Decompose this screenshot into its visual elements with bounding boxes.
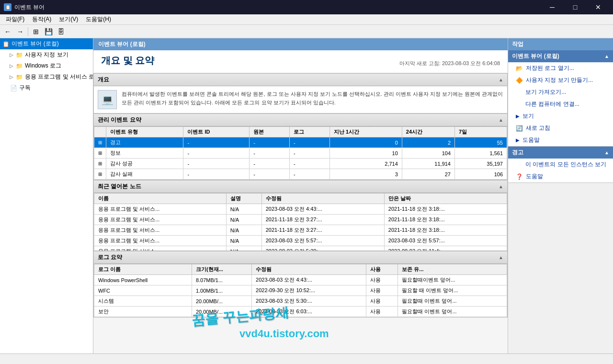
menu-help[interactable]: 도움말(H) (82, 14, 115, 24)
table-row[interactable]: WFC 1.00MB/1... 2022-09-30 오전 10:52:... … (94, 285, 507, 296)
item-label: 보기 (522, 112, 534, 120)
log-name-cell: 보안 (94, 307, 192, 317)
recent-nodes-header[interactable]: 최근 열어본 노드 ▲ (94, 181, 507, 193)
table-row[interactable]: Windows PowerShell 8.07MB/1... 2023-08-0… (94, 275, 507, 285)
subscription-icon: 📄 (10, 84, 17, 92)
minimize-button[interactable]: ─ (541, 0, 563, 14)
table-row[interactable]: ⊞ 감사 성공 - - - 2,714 11,914 35,197 (94, 159, 507, 169)
forward-button[interactable]: → (14, 26, 26, 37)
table-row[interactable]: 보안 20.00MB/... 2023-08-03 오전 6:03:... 사용… (94, 307, 507, 317)
tree-item-app-services[interactable]: ▷ 📁 응용 프로그램 및 서비스 로... (0, 71, 93, 82)
right-panel-item[interactable]: 다른 컴퓨터에 연결... (508, 98, 613, 110)
right-panel-header-text: 작업 (512, 40, 523, 48)
right-panel-item[interactable]: ❓도움말 (508, 171, 613, 182)
table-row[interactable]: 응용 프로그램 및 서비스... N/A 2021-11-18 오전 3:27:… (94, 225, 507, 236)
right-panel-item[interactable]: 이 이벤트의 모든 인스턴스 보기 (508, 159, 613, 171)
right-section-1-title: 이벤트 뷰어 (로컬) (512, 52, 559, 60)
created-cell: 2023-08-03 오전 5:57:... (384, 236, 507, 246)
overview-icon: 💻 (98, 90, 117, 109)
col-retention: 보존 유... (398, 264, 507, 275)
right-panel-item[interactable]: 보기 가져오기... (508, 86, 613, 98)
table-row[interactable]: ⊞ 감사 실패 - - - 3 27 106 (94, 169, 507, 180)
col-source: 원본 (250, 127, 290, 137)
close-button[interactable]: ✕ (587, 0, 609, 14)
tree-windows-log-label: Windows 로그 (25, 62, 61, 70)
right-section-1-header[interactable]: 이벤트 뷰어 (로컬) ▲ (508, 50, 613, 62)
col-24h: 24시간 (402, 127, 454, 137)
tree-item-windows-log[interactable]: ▷ 📁 Windows 로그 (0, 60, 93, 71)
log-summary-arrow: ▲ (499, 255, 503, 260)
toolbar-separator-1 (28, 27, 28, 36)
col-event-id: 이벤트 ID (183, 127, 250, 137)
retention-cell: 필요할때 이벤트 덮어... (398, 307, 507, 317)
overview-content: 💻 컴퓨터에서 발생한 이벤트를 보려면 콘솔 트리에서 해당 원본, 로그 또… (94, 86, 507, 113)
last-refresh-text: 마지막 새로 고침: 2023-08-03 오전 6:04:08 (399, 60, 500, 67)
right-panel-item[interactable]: 🔶사용자 지정 보기 만들기... (508, 74, 613, 86)
table-row[interactable]: 응용 프로그램 및 서비스... N/A 2023-08-03 오전 5:30:… (94, 246, 507, 251)
right-panel-item[interactable]: ▶도움말 (508, 134, 613, 146)
admin-event-summary-section: 관리 이벤트 요약 ▲ 이벤트 유형 이벤트 ID 원본 로그 지난 1시간 2… (93, 114, 508, 180)
right-panel-item[interactable]: 📂저장된 로그 열기... (508, 62, 613, 74)
table-row[interactable]: ⊞ 정보 - - - 10 104 1,561 (94, 148, 507, 159)
center-panel-header-text: 이벤트 뷰어 (로컬) (98, 41, 146, 47)
modified-cell: 2023-08-03 오전 5:57:... (261, 236, 384, 246)
archive-button[interactable]: 🗄 (55, 26, 67, 37)
app-icon: 📋 (4, 3, 11, 11)
tree-item-root[interactable]: 📋 이벤트 뷰어 (로컬) (0, 38, 93, 49)
expand-icon-1: ▷ (10, 52, 13, 57)
d7-cell: 35,197 (455, 159, 507, 169)
created-cell: 2021-11-18 오전 3:18:... (384, 204, 507, 215)
maximize-button[interactable]: □ (564, 0, 586, 14)
table-row[interactable]: 응용 프로그램 및 서비스... N/A 2023-08-03 오전 5:57:… (94, 236, 507, 246)
col-use: 사용 (366, 264, 398, 275)
item-icon: 🔶 (516, 77, 523, 84)
event-id-cell: - (183, 159, 250, 169)
item-icon: ▶ (516, 114, 520, 119)
admin-summary-table-container: 이벤트 유형 이벤트 ID 원본 로그 지난 1시간 24시간 7일 ⊞ 경고 … (94, 126, 507, 180)
right-section-2: 경고 ▲ 이 이벤트의 모든 인스턴스 보기❓도움말 (508, 147, 613, 183)
d7-cell: 106 (455, 169, 507, 180)
show-hide-button[interactable]: ⊞ (30, 26, 42, 37)
log-name-cell: Windows PowerShell (94, 275, 192, 285)
table-row[interactable]: ⊞ 경고 - - - 0 2 55 (94, 137, 507, 148)
item-icon: 🔄 (516, 125, 523, 132)
table-row[interactable]: 응용 프로그램 및 서비스... N/A 2023-08-03 오전 4:43:… (94, 204, 507, 215)
table-row[interactable]: 시스템 20.00MB/... 2023-08-03 오전 5:30:... 사… (94, 296, 507, 307)
log-summary-header[interactable]: 로그 요약 ▲ (94, 251, 507, 264)
save-button[interactable]: 💾 (43, 26, 54, 37)
overview-section-header[interactable]: 개요 ▲ (94, 74, 507, 86)
tree-item-subscription[interactable]: 📄 구독 (0, 82, 93, 93)
modified-cell: 2023-08-03 오전 5:30:... (261, 246, 384, 251)
size-cell: 8.07MB/1... (192, 275, 251, 285)
expand-cell: ⊞ (94, 148, 106, 159)
item-label: 새로 고침 (526, 124, 550, 132)
item-icon: ▶ (516, 137, 520, 143)
right-section-2-header[interactable]: 경고 ▲ (508, 147, 613, 159)
overview-text: 컴퓨터에서 발생한 이벤트를 보려면 콘솔 트리에서 해당 원본, 로그 또는 … (122, 90, 503, 109)
back-button[interactable]: ← (2, 26, 13, 37)
right-panel-item[interactable]: 🔄새로 고침 (508, 122, 613, 134)
status-bar (0, 353, 613, 364)
event-type-cell: 감사 실패 (106, 169, 183, 180)
tree-item-custom-views[interactable]: ▷ 📁 사용자 지정 보기 (0, 49, 93, 60)
modified-cell: 2023-08-03 오전 6:03:... (252, 307, 366, 317)
center-panel: 이벤트 뷰어 (로컬) 개요 및 요약 마지막 새로 고침: 2023-08-0… (93, 38, 508, 353)
menu-action[interactable]: 동작(A) (28, 14, 55, 24)
item-label: 저장된 로그 열기... (526, 64, 574, 72)
col-log-name: 로그 이름 (94, 264, 192, 275)
right-panel-item[interactable]: ▶보기 (508, 110, 613, 122)
tree-app-services-label: 응용 프로그램 및 서비스 로... (25, 73, 93, 81)
event-type-cell: 경고 (106, 137, 183, 148)
admin-summary-table: 이벤트 유형 이벤트 ID 원본 로그 지난 1시간 24시간 7일 ⊞ 경고 … (94, 126, 507, 180)
retention-cell: 필요할 때 이벤트 덮어... (398, 285, 507, 296)
table-row[interactable]: 응용 프로그램 및 서비스... N/A 2021-11-18 오전 3:27:… (94, 215, 507, 225)
modified-cell: 2023-08-03 오전 4:43:... (261, 204, 384, 215)
right-section-1: 이벤트 뷰어 (로컬) ▲ 📂저장된 로그 열기...🔶사용자 지정 보기 만들… (508, 50, 613, 147)
title-bar-text: 이벤트 뷰어 (14, 3, 45, 11)
menu-file[interactable]: 파일(F) (2, 14, 28, 24)
menu-view[interactable]: 보기(V) (55, 14, 82, 24)
h1-cell: 10 (329, 148, 402, 159)
name-cell: 응용 프로그램 및 서비스... (94, 204, 227, 215)
created-cell: 2021-11-18 오전 3:18:... (384, 215, 507, 225)
admin-summary-header[interactable]: 관리 이벤트 요약 ▲ (94, 114, 507, 126)
